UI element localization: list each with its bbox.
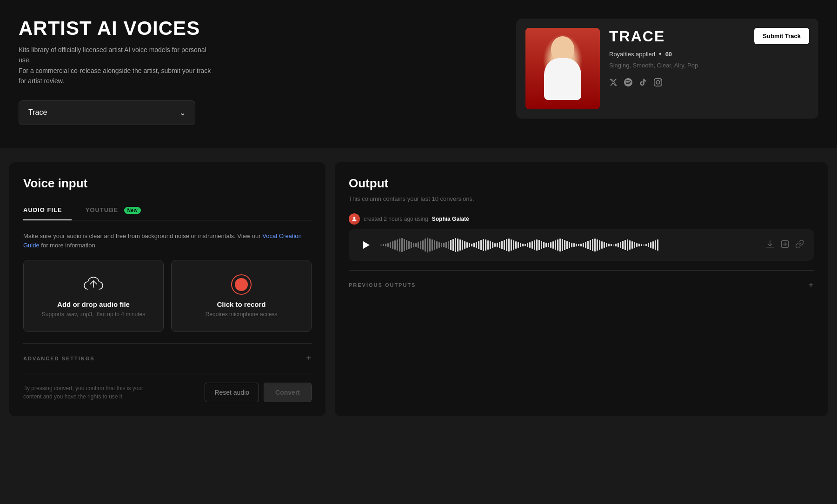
record-zone-title: Click to record [217,300,266,308]
expand-icon: + [306,353,312,364]
app-title: ARTIST AI VOICES [19,19,214,38]
royalties-number: 60 [665,51,672,58]
bottom-actions: By pressing convert, you confirm that th… [23,373,312,402]
record-button-icon [231,274,252,295]
tab-youtube-badge: New [124,207,141,214]
left-panel: ARTIST AI VOICES Kits library of officia… [19,19,214,125]
twitter-icon[interactable] [609,78,618,88]
artist-selector-dropdown[interactable]: Trace ⌄ [19,100,195,125]
record-zone-subtitle: Requires microphone access [206,311,278,318]
advanced-settings-section: ADVANCED SETTINGS + [23,343,312,364]
upload-zones: Add or drop audio file Supports .wav, .m… [23,260,312,332]
upload-zone-subtitle: Supports .wav, .mp3, .flac up to 4 minut… [42,311,146,318]
bottom-section: Voice input AUDIO FILE YOUTUBE New Make … [0,148,837,431]
advanced-settings-label: ADVANCED SETTINGS [23,356,95,361]
royalties-row: Royalties applied • 60 [609,50,809,58]
output-artist-name: Sophia Galaté [432,216,469,222]
upload-cloud-icon [82,274,105,295]
record-zone[interactable]: Click to record Requires microphone acce… [171,260,312,332]
link-icon[interactable] [795,239,804,251]
royalties-dot: • [659,50,662,58]
chevron-down-icon: ⌄ [179,108,186,117]
expand-previous-icon[interactable]: + [808,280,814,291]
previous-outputs-section: PREVIOUS OUTPUTS + [349,270,814,291]
artist-tags: Singing, Smooth, Clear, Airy, Pop [609,62,809,69]
app-subtitle: Kits library of officially licensed arti… [19,45,214,86]
convert-button[interactable]: Convert [264,383,312,402]
artist-card: TRACE Royalties applied • 60 Singing, Sm… [516,19,818,119]
output-panel: Output This column contains your last 10… [335,162,828,417]
submit-track-button[interactable]: Submit Track [754,28,809,44]
terms-text: By pressing convert, you confirm that th… [23,384,163,401]
artist-photo [525,28,600,109]
artist-figure [525,28,600,109]
output-time: created 2 hours ago using [364,216,428,222]
instagram-icon[interactable] [654,78,662,88]
reset-audio-button[interactable]: Reset audio [205,383,259,402]
share-icon[interactable] [780,239,790,251]
tab-audio-file[interactable]: AUDIO FILE [23,202,72,220]
previous-outputs-label: PREVIOUS OUTPUTS [349,282,416,288]
artist-dropdown-selected: Trace [28,108,47,117]
royalties-label: Royalties applied [609,51,655,58]
top-section: ARTIST AI VOICES Kits library of officia… [0,0,837,148]
upload-zone-title: Add or drop audio file [57,300,130,308]
svg-point-0 [353,217,356,219]
player-action-buttons [765,239,804,251]
voice-input-title: Voice input [23,176,312,191]
tab-youtube[interactable]: YOUTUBE New [86,202,150,220]
play-button[interactable] [358,238,373,252]
voice-input-tabs: AUDIO FILE YOUTUBE New [23,202,312,220]
action-buttons: Reset audio Convert [205,383,312,402]
audio-player[interactable] [349,229,814,261]
input-description: Make sure your audio is clear and free f… [23,232,312,251]
download-icon[interactable] [765,239,775,251]
waveform-display [380,237,758,253]
output-item: created 2 hours ago using Sophia Galaté [349,213,814,261]
output-meta: created 2 hours ago using Sophia Galaté [349,213,814,225]
play-triangle-icon [363,241,370,249]
upload-file-zone[interactable]: Add or drop audio file Supports .wav, .m… [23,260,164,332]
voice-input-panel: Voice input AUDIO FILE YOUTUBE New Make … [9,162,326,417]
advanced-settings-toggle[interactable]: ADVANCED SETTINGS + [23,353,312,364]
spotify-icon[interactable] [624,78,632,88]
tiktok-icon[interactable] [639,78,647,88]
artist-social-links [609,78,809,88]
record-dot [235,278,248,291]
output-avatar [349,213,360,225]
output-title: Output [349,176,814,191]
output-subtitle: This column contains your last 10 conver… [349,195,814,202]
